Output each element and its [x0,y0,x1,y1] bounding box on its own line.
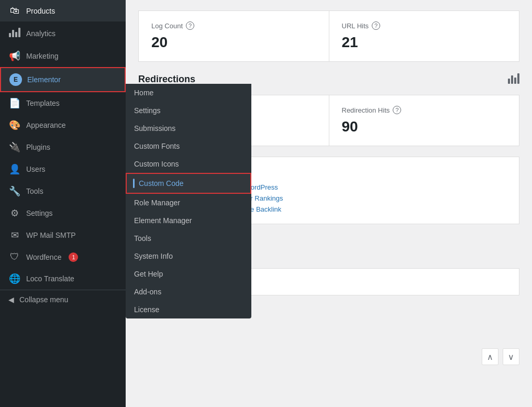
sidebar-item-tools[interactable]: 🔧 Tools [0,180,126,202]
submenu-item-custom-icons[interactable]: Custom Icons [126,155,251,173]
sidebar-item-label: Marketing [26,52,58,60]
sidebar-item-label: Templates [26,99,60,107]
submenu-item-settings[interactable]: Settings [126,102,251,119]
scroll-up-button[interactable]: ∧ [482,348,498,365]
wp-mail-smtp-icon: ✉ [8,229,21,241]
loco-translate-icon: 🌐 [8,273,21,284]
redirection-hits-value: 90 [342,118,507,135]
sidebar-item-label: Products [26,7,55,15]
top-stats-row: Log Count ? 20 URL Hits ? 21 [138,10,519,62]
sidebar-item-analytics[interactable]: Analytics [0,21,126,45]
collapse-menu-button[interactable]: ◀ Collapse menu [0,290,126,309]
appearance-icon: 🎨 [8,119,21,131]
sidebar-item-wordfence[interactable]: 🛡 Wordfence 1 [0,246,126,268]
templates-icon: 📄 [8,97,21,109]
log-count-help-icon[interactable]: ? [186,21,194,30]
sidebar-item-products[interactable]: 🛍 Products [0,0,126,21]
submenu-item-license[interactable]: License [126,301,251,318]
bar-chart-icon [508,72,519,86]
active-indicator [133,179,135,188]
collapse-icon: ◀ [8,295,14,304]
sidebar: 🛍 Products Analytics 📢 Marketing E Eleme… [0,0,126,407]
collapse-label: Collapse menu [19,295,68,304]
submenu-add-ons-label: Add-ons [134,288,161,296]
redirection-hits-card: Redirection Hits ? 90 [329,95,519,146]
sidebar-item-settings[interactable]: ⚙ Settings [0,202,126,224]
submenu-submissions-label: Submissions [134,124,175,133]
sidebar-item-elementor[interactable]: E Elementor [0,67,126,92]
submenu-custom-code-label: Custom Code [139,179,184,188]
arrow-buttons: ∧ ∨ [482,348,519,365]
sidebar-item-templates[interactable]: 📄 Templates [0,92,126,114]
sidebar-item-label: Analytics [26,29,56,38]
sidebar-item-label: Wordfence [26,253,61,261]
analytics-icon [8,27,21,40]
sidebar-item-plugins[interactable]: 🔌 Plugins [0,136,126,158]
sidebar-item-appearance[interactable]: 🎨 Appearance [0,114,126,136]
plugins-icon: 🔌 [8,141,21,153]
submenu-item-tools[interactable]: Tools [126,229,251,247]
sidebar-item-users[interactable]: 👤 Users [0,158,126,180]
submenu-home-label: Home [134,89,153,97]
log-count-value: 20 [151,34,316,51]
log-count-card: Log Count ? 20 [139,11,329,61]
redirection-hits-help-icon[interactable]: ? [393,106,401,114]
sidebar-item-label: Tools [26,187,43,195]
sidebar-item-label: Appearance [26,121,66,129]
sidebar-item-wp-mail-smtp[interactable]: ✉ WP Mail SMTP [0,224,126,246]
redirections-title: Redirections [138,74,195,85]
submenu-item-submissions[interactable]: Submissions [126,119,251,137]
elementor-icon: E [9,73,22,86]
submenu-item-add-ons[interactable]: Add-ons [126,283,251,301]
products-icon: 🛍 [8,5,21,16]
submenu-settings-label: Settings [134,106,161,115]
sidebar-item-marketing[interactable]: 📢 Marketing [0,45,126,67]
submenu-item-custom-code[interactable]: Custom Code [126,173,251,194]
submenu-system-info-label: System Info [134,252,173,260]
wordfence-icon: 🛡 [8,251,21,262]
submenu-tools-label: Tools [134,234,151,243]
sidebar-item-label: Plugins [26,143,50,151]
submenu-item-get-help[interactable]: Get Help [126,265,251,283]
settings-icon: ⚙ [8,207,21,219]
marketing-icon: 📢 [8,50,21,62]
tools-icon: 🔧 [8,185,21,197]
elementor-submenu: Home Settings Submissions Custom Fonts C… [126,84,251,318]
submenu-custom-icons-label: Custom Icons [134,160,179,168]
sidebar-item-label: Users [26,165,46,173]
submenu-item-role-manager[interactable]: Role Manager [126,194,251,212]
url-hits-label: URL Hits ? [342,21,507,30]
submenu-license-label: License [134,305,159,314]
url-hits-help-icon[interactable]: ? [372,21,380,30]
wordfence-badge: 1 [69,252,78,262]
redirection-hits-label: Redirection Hits ? [342,106,507,114]
submenu-item-custom-fonts[interactable]: Custom Fonts [126,137,251,155]
sidebar-item-label: Settings [26,209,53,217]
sidebar-item-label: WP Mail SMTP [26,231,76,239]
url-hits-value: 21 [342,34,507,51]
submenu-item-home[interactable]: Home [126,84,251,102]
log-count-label: Log Count ? [151,21,316,30]
scroll-down-button[interactable]: ∨ [503,348,519,365]
submenu-item-system-info[interactable]: System Info [126,247,251,265]
submenu-role-manager-label: Role Manager [134,199,180,207]
url-hits-card: URL Hits ? 21 [329,11,519,61]
sidebar-item-label: Elementor [27,75,61,84]
sidebar-item-label: Loco Translate [26,274,74,283]
users-icon: 👤 [8,163,21,175]
submenu-item-element-manager[interactable]: Element Manager [126,212,251,229]
submenu-custom-fonts-label: Custom Fonts [134,142,180,150]
submenu-element-manager-label: Element Manager [134,216,192,225]
sidebar-item-loco-translate[interactable]: 🌐 Loco Translate [0,268,126,290]
submenu-get-help-label: Get Help [134,270,163,278]
